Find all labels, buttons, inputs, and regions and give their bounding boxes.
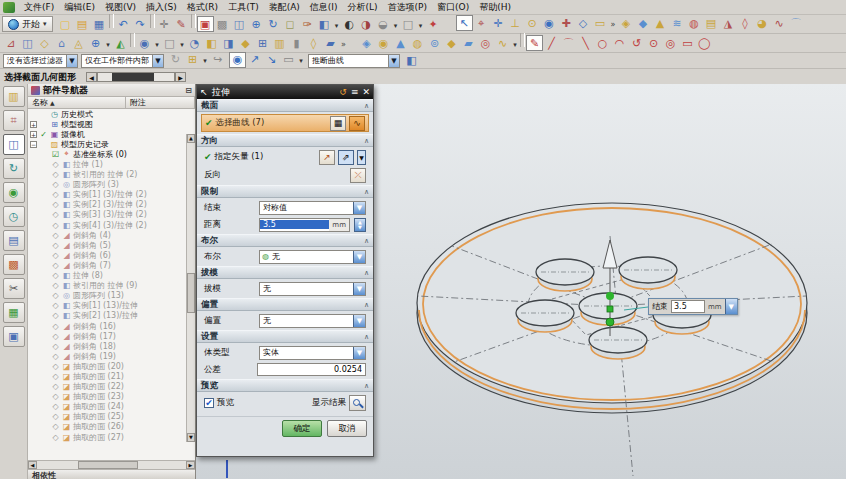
tree-item[interactable]: ◷ 历史模式 <box>30 109 195 119</box>
resource-tab[interactable]: ▤ <box>3 230 25 251</box>
expand-toggle-icon[interactable] <box>42 353 49 360</box>
distance-value[interactable]: 3.5 <box>260 220 329 229</box>
toolbar-icon[interactable]: ◧ <box>203 35 220 51</box>
section-group-header[interactable]: 截面 ∧ <box>197 99 373 112</box>
tree-item[interactable]: ◇ ◢ 倒斜角 (7) <box>30 260 195 270</box>
toolbar-icon[interactable]: ↗ <box>246 52 263 68</box>
tree-item[interactable]: ◇ ◪ 抽取的面 (20) <box>30 361 195 371</box>
boolean-dropdown[interactable]: ◍ 无 ▼ <box>259 250 366 264</box>
toolbar-icon[interactable]: ◨ <box>220 35 237 51</box>
menu-item[interactable]: 文件(F) <box>19 1 59 13</box>
menu-item[interactable]: 编辑(E) <box>59 1 100 13</box>
tree-item[interactable]: ◇ ◢ 倒斜角 (18) <box>30 341 195 351</box>
toolbar-icon[interactable]: ↺ <box>628 35 645 51</box>
pager-track[interactable] <box>97 72 175 82</box>
expand-toggle-icon[interactable] <box>42 363 49 370</box>
resource-tab[interactable]: ▦ <box>3 302 25 323</box>
toolbar-icon[interactable]: □ <box>400 16 417 32</box>
selection-scope-dropdown[interactable]: 仅在工作部件内部 ▼ <box>81 54 164 68</box>
toolbar-icon[interactable]: ◉ <box>375 35 392 51</box>
toolbar-icon[interactable] <box>520 33 525 47</box>
resource-tab[interactable]: ⌗ <box>3 110 25 131</box>
expand-toggle-icon[interactable]: − <box>30 141 37 148</box>
specify-vector-row[interactable]: ✔ 指定矢量 (1) ↗ ⇗ ▼ <box>201 149 369 165</box>
reset-icon[interactable]: ↺ <box>339 88 347 97</box>
feature-state-icon[interactable]: ◇ <box>51 433 60 442</box>
feature-state-icon[interactable]: ✓ <box>39 130 48 139</box>
toolbar-icon[interactable]: ◒ <box>375 16 392 32</box>
expand-toggle-icon[interactable] <box>42 323 49 330</box>
toolbar-icon[interactable]: ◧ <box>316 16 333 32</box>
expand-toggle-icon[interactable] <box>42 423 49 430</box>
tree-item[interactable]: ◇ ◧ 实例[3] (3)/拉伸 (2) <box>30 210 195 220</box>
resource-tab[interactable]: ↻ <box>3 158 25 179</box>
expand-toggle-icon[interactable] <box>42 312 49 319</box>
tree-item[interactable]: ◇ ◧ 实例[2] (13)/拉伸 <box>30 311 195 321</box>
expand-toggle-icon[interactable] <box>42 272 49 279</box>
feature-state-icon[interactable]: ◇ <box>51 311 60 320</box>
feature-state-icon[interactable]: ◇ <box>51 200 60 209</box>
expand-toggle-icon[interactable] <box>42 242 49 249</box>
tolerance-input[interactable] <box>257 363 366 376</box>
toolbar-icon[interactable]: ▥ <box>271 35 288 51</box>
feature-state-icon[interactable]: ☑ <box>51 150 60 159</box>
toolbar-icon[interactable]: ✛ <box>490 15 507 31</box>
onscreen-input-value[interactable]: 3.5 <box>671 300 705 313</box>
feature-state-icon[interactable]: ◇ <box>51 412 60 421</box>
scrollbar-thumb[interactable] <box>187 273 195 313</box>
feature-state-icon[interactable]: ◇ <box>51 170 60 179</box>
toolbar-icon[interactable]: ◠ <box>611 35 628 51</box>
toolbar-icon[interactable]: ▤ <box>703 15 720 31</box>
toolbar-icon[interactable]: ◐ <box>341 16 358 32</box>
limits-group-header[interactable]: 限制 ∧ <box>197 185 373 198</box>
toolbar-icon[interactable]: ▢ <box>57 16 74 32</box>
onscreen-distance-input[interactable]: 结束 3.5 mm ▼ <box>648 298 738 315</box>
toolbar-icon[interactable]: ↖ <box>456 15 473 31</box>
dependencies-panel-header[interactable]: 相依性 <box>28 469 195 479</box>
pager-left-button[interactable]: ◀ <box>86 72 97 82</box>
resource-tab[interactable]: ◉ <box>3 182 25 203</box>
distance-input[interactable]: 3.5 mm <box>259 218 350 232</box>
expand-toggle-icon[interactable] <box>42 413 49 420</box>
expand-toggle-icon[interactable] <box>42 343 49 350</box>
toolbar-icon[interactable]: ⊥ <box>507 15 524 31</box>
feature-state-icon[interactable]: ◇ <box>51 231 60 240</box>
tree-item[interactable]: ◇ ◢ 倒斜角 (17) <box>30 331 195 341</box>
toolbar-icon[interactable]: ○ <box>594 35 611 51</box>
close-icon[interactable]: ✕ <box>362 88 370 97</box>
tree-item[interactable]: ◇ ◪ 抽取的面 (25) <box>30 412 195 422</box>
feature-state-icon[interactable]: ◇ <box>51 422 60 431</box>
expand-toggle-icon[interactable] <box>42 171 49 178</box>
toolbar-icon[interactable]: ◆ <box>443 35 460 51</box>
toolbar-icon[interactable]: ⊙ <box>524 15 541 31</box>
toolbar-icon[interactable]: ◕ <box>754 15 771 31</box>
menu-item[interactable]: 信息(I) <box>305 1 343 13</box>
toolbar-icon[interactable]: ◑ <box>358 16 375 32</box>
resource-tab[interactable]: ▥ <box>3 86 25 107</box>
toolbar-icon[interactable]: □ <box>161 35 178 51</box>
direction-group-header[interactable]: 方向 ∧ <box>197 134 373 147</box>
toolbar-icon[interactable]: ◻ <box>282 16 299 32</box>
draft-group-header[interactable]: 拔模 ∧ <box>197 266 373 279</box>
toolbar-icon[interactable]: ⊕ <box>87 35 104 51</box>
menu-item[interactable]: 帮助(H) <box>474 1 516 13</box>
chevron-down-icon[interactable]: ▼ <box>357 150 366 165</box>
expand-toggle-icon[interactable] <box>42 282 49 289</box>
menu-item[interactable]: 首选项(P) <box>383 1 432 13</box>
menu-item[interactable]: 格式(R) <box>182 1 223 13</box>
toolbar-icon[interactable]: ◫ <box>19 35 36 51</box>
menu-item[interactable]: 工具(T) <box>223 1 264 13</box>
solid-body-icon[interactable]: ◧ <box>403 53 420 69</box>
preview-checkbox[interactable]: ✔ <box>204 398 214 408</box>
toolbar-icon[interactable]: ▣ <box>197 16 214 32</box>
toolbar-icon[interactable] <box>109 14 114 28</box>
toolbar-icon[interactable]: ◍ <box>686 15 703 31</box>
tree-item[interactable]: + ⊞ 模型视图 <box>30 119 195 129</box>
feature-state-icon[interactable]: ◇ <box>51 342 60 351</box>
tree-item[interactable]: ◇ ◎ 圆形阵列 (3) <box>30 180 195 190</box>
toolbar-icon[interactable]: ◮ <box>720 15 737 31</box>
expand-toggle-icon[interactable] <box>42 373 49 380</box>
toolbar-icon[interactable]: ✎ <box>173 16 190 32</box>
toolbar-icon[interactable]: ↻ <box>265 16 282 32</box>
toolbar-icon[interactable]: ◎ <box>477 35 494 51</box>
